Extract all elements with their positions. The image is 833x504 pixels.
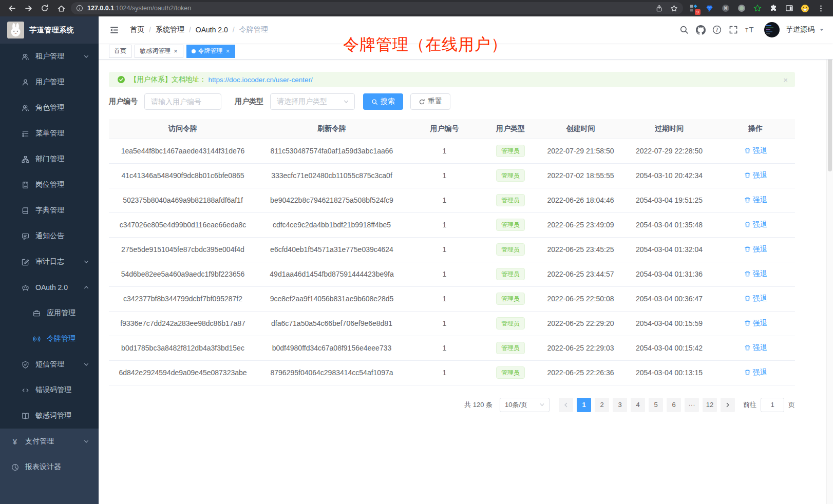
force-logout-button[interactable]: 强退 — [744, 146, 767, 156]
page-button-5[interactable]: 5 — [649, 398, 663, 412]
page-button-1[interactable]: 1 — [577, 398, 591, 412]
page-button-4[interactable]: 4 — [631, 398, 645, 412]
extension-emoji-icon[interactable] — [801, 4, 809, 13]
force-logout-button[interactable]: 强退 — [744, 343, 767, 353]
sidebar-item-sensitive-word[interactable]: 敏感词管理 — [0, 403, 99, 429]
sidebar-item-label: 角色管理 — [35, 103, 64, 112]
force-logout-button[interactable]: 强退 — [744, 269, 767, 279]
site-info-icon[interactable] — [76, 5, 83, 12]
browser-back-button[interactable] — [5, 2, 18, 15]
sidebar-item-label: 租户管理 — [35, 52, 64, 61]
page-button-3[interactable]: 3 — [613, 398, 627, 412]
sidebar-item-error-code[interactable]: 错误码管理 — [0, 377, 99, 403]
table-row: 1ea5e44f8bc1467aaede43144f31de76811c5304… — [109, 139, 795, 163]
extension-grid-icon[interactable]: 9 — [689, 4, 698, 13]
page-size-select[interactable]: 10条/页 — [500, 398, 550, 412]
extension-command-icon[interactable]: ⌘ — [721, 4, 730, 13]
goto-page-input[interactable] — [761, 398, 784, 412]
github-icon[interactable] — [695, 25, 706, 35]
share-icon[interactable] — [655, 5, 663, 12]
sidebar-item-audit-log[interactable]: 审计日志 — [0, 249, 99, 275]
url-bar[interactable]: 127.0.0.1:1024/system/oauth2/token — [71, 2, 683, 14]
sidebar-item-post[interactable]: 岗位管理 — [0, 172, 99, 198]
user-type-tag: 管理员 — [496, 194, 525, 206]
alert-doc-link[interactable]: https://doc.iocoder.cn/user-center/ — [209, 76, 313, 84]
force-logout-button[interactable]: 强退 — [744, 319, 767, 328]
created-time-cell: 2022-06-25 23:49:09 — [539, 212, 622, 237]
force-logout-button[interactable]: 强退 — [744, 220, 767, 229]
sidebar-item-role[interactable]: 角色管理 — [0, 95, 99, 121]
action-cell: 强退 — [716, 188, 795, 212]
alert-close-icon[interactable]: × — [783, 75, 788, 84]
breadcrumb-separator: / — [233, 26, 235, 34]
close-icon[interactable]: × — [173, 48, 178, 54]
force-logout-button[interactable]: 强退 — [744, 368, 767, 377]
caret-down-icon[interactable] — [819, 27, 825, 33]
sidebar-item-sms[interactable]: 短信管理 — [0, 352, 99, 377]
browser-forward-button[interactable] — [22, 2, 35, 15]
force-logout-button[interactable]: 强退 — [744, 245, 767, 254]
user-id-input[interactable] — [144, 93, 221, 110]
sidebar-toggle-icon[interactable] — [107, 25, 122, 35]
extension-gem-icon[interactable] — [705, 4, 714, 13]
sidebar-item-tenant[interactable]: 租户管理 — [0, 44, 99, 69]
prev-page-button[interactable] — [559, 398, 573, 412]
extension-sidepanel-icon[interactable] — [785, 4, 793, 13]
sidebar-item-menu[interactable]: 菜单管理 — [0, 121, 99, 146]
app-logo[interactable]: 芋道管理系统 — [0, 16, 99, 44]
scrollbar[interactable] — [826, 16, 833, 504]
user-id-cell: 1 — [407, 139, 482, 163]
svg-text:T: T — [749, 26, 753, 34]
fullscreen-icon[interactable] — [728, 25, 739, 35]
search-icon[interactable] — [679, 25, 689, 35]
extension-record-icon[interactable] — [737, 4, 746, 13]
user-id-cell: 1 — [407, 262, 482, 286]
sidebar-item-report[interactable]: 报表设计器 — [0, 454, 99, 480]
page-button-12[interactable]: 12 — [703, 398, 717, 412]
help-icon[interactable]: ? — [712, 25, 722, 35]
page-button-6[interactable]: 6 — [667, 398, 681, 412]
sidebar-item-pay[interactable]: ¥支付管理 — [0, 429, 99, 454]
briefcase-icon — [32, 309, 41, 317]
svg-text:⌘: ⌘ — [723, 6, 728, 11]
font-size-icon[interactable]: TT — [745, 25, 755, 35]
sidebar-item-user[interactable]: 用户管理 — [0, 69, 99, 95]
refresh-token-cell: 9ce8ef2aa9f14056b831ae9b608e28d5 — [257, 286, 407, 311]
expire-time-cell: 2054-03-10 20:42:34 — [622, 163, 716, 188]
extension-puzzle-icon[interactable] — [769, 4, 778, 13]
close-icon[interactable]: × — [225, 48, 231, 54]
extension-star-icon[interactable] — [753, 4, 762, 13]
sidebar-item-dept[interactable]: 部门管理 — [0, 146, 99, 172]
browser-reload-button[interactable] — [38, 2, 51, 15]
sidebar-item-oauth2[interactable]: OAuth 2.0 — [0, 275, 99, 300]
breadcrumb-item[interactable]: OAuth 2.0 — [196, 26, 228, 34]
tab-token[interactable]: 令牌管理× — [186, 45, 236, 58]
avatar[interactable] — [764, 22, 780, 37]
browser-menu-kebab-icon[interactable] — [817, 2, 825, 15]
breadcrumb-item[interactable]: 首页 — [130, 25, 144, 34]
user-type-cell: 管理员 — [482, 237, 539, 262]
sidebar-item-oauth2-token[interactable]: 令牌管理 — [0, 326, 99, 352]
page-button-2[interactable]: 2 — [595, 398, 609, 412]
tree-icon — [21, 129, 29, 138]
bookmark-star-icon[interactable] — [670, 5, 678, 12]
force-logout-button[interactable]: 强退 — [744, 171, 767, 180]
chevron-down-icon — [343, 99, 349, 105]
sidebar-item-oauth2-app[interactable]: 应用管理 — [0, 300, 99, 326]
tags-view: 首页敏感词管理×令牌管理× — [99, 43, 833, 60]
next-page-button[interactable] — [721, 398, 735, 412]
book-icon — [21, 206, 29, 215]
tab-home[interactable]: 首页 — [109, 45, 131, 58]
sidebar-item-dict[interactable]: 字典管理 — [0, 198, 99, 223]
search-button[interactable]: 搜索 — [363, 93, 403, 110]
force-logout-button[interactable]: 强退 — [744, 294, 767, 303]
tab-sensitive-word[interactable]: 敏感词管理× — [135, 45, 183, 58]
pager-ellipsis-button[interactable]: ··· — [685, 398, 699, 412]
user-type-select[interactable]: 请选择用户类型 — [270, 93, 355, 110]
reset-button[interactable]: 重置 — [410, 93, 450, 110]
force-logout-label: 强退 — [753, 294, 767, 303]
force-logout-button[interactable]: 强退 — [744, 196, 767, 205]
breadcrumb-item[interactable]: 系统管理 — [156, 25, 184, 34]
browser-home-button[interactable] — [54, 2, 68, 15]
sidebar-item-notice[interactable]: 通知公告 — [0, 223, 99, 249]
